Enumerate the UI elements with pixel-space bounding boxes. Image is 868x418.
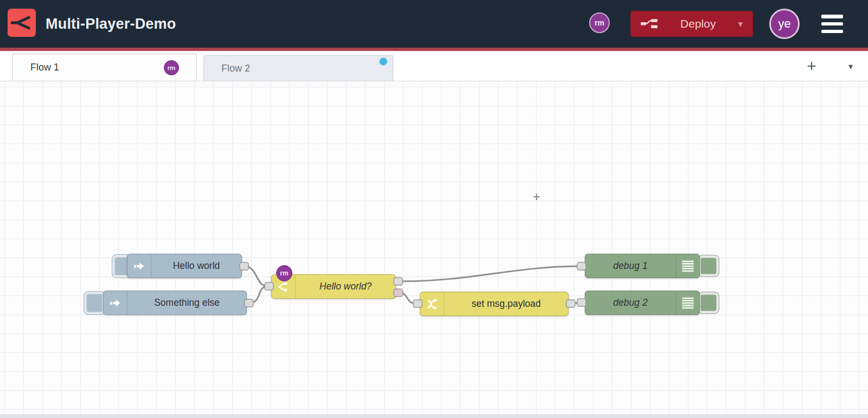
node-change1[interactable]: set msg.payload — [420, 292, 569, 316]
deploy-button[interactable]: Deploy ▾ — [630, 11, 753, 37]
tab-collaborator-badge: rm — [164, 60, 179, 75]
flow-list-caret-icon[interactable]: ▾ — [842, 56, 859, 76]
deploy-nodes-icon — [641, 18, 658, 30]
node-inject1[interactable]: Hello world — [127, 254, 242, 278]
horizontal-scrollbar[interactable] — [0, 414, 868, 418]
menu-bar — [821, 22, 843, 26]
tab-flow-1[interactable]: Flow 1 rm — [12, 54, 197, 81]
workspace-tabbar: Flow 1 rm Flow 2 + ▾ — [0, 51, 868, 81]
port-inject1-out[interactable] — [240, 262, 248, 270]
inject-icon — [127, 254, 151, 278]
port-inject2-out[interactable] — [245, 299, 253, 307]
node-label: Hello world — [151, 254, 241, 278]
inject-icon — [104, 291, 127, 314]
wires-layer — [0, 81, 868, 418]
app-header: Multi-Player-Demo rm Deploy ▾ ye — [0, 0, 868, 48]
node-label: Something else — [127, 291, 246, 314]
flow-canvas[interactable]: Hello world Something else rm Hello worl… — [0, 81, 868, 418]
debug-icon — [675, 291, 699, 314]
tab-flow-2[interactable]: Flow 2 — [203, 55, 393, 81]
main-menu-icon[interactable] — [821, 15, 843, 33]
port-switch-in[interactable] — [265, 282, 273, 290]
tab-label: Flow 2 — [204, 63, 250, 74]
debug2-toggle-button[interactable] — [698, 292, 719, 314]
node-debug1[interactable]: debug 1 — [585, 254, 700, 278]
unsaved-changes-dot — [379, 57, 387, 66]
menu-bar — [821, 30, 843, 34]
deploy-button-label: Deploy — [667, 17, 729, 30]
port-switch-out2[interactable] — [394, 289, 403, 297]
page-title: Multi-Player-Demo — [46, 0, 176, 48]
tab-label: Flow 1 — [13, 62, 59, 73]
port-debug2-in[interactable] — [577, 299, 586, 306]
wire-switch-to-debug1[interactable] — [399, 266, 579, 281]
node-collaborator-badge: rm — [276, 265, 292, 281]
port-debug1-in[interactable] — [577, 262, 586, 270]
port-change-in[interactable] — [413, 300, 422, 307]
node-switch1[interactable]: rm Hello world? — [271, 274, 396, 299]
deploy-options-caret-icon[interactable]: ▾ — [738, 18, 743, 30]
user-avatar[interactable]: ye — [769, 9, 800, 39]
logo-chevron-icon — [11, 12, 33, 34]
mouse-crosshair-cursor: + — [529, 190, 544, 204]
flowfuse-logo-icon[interactable] — [8, 9, 36, 37]
inject2-trigger-button[interactable] — [84, 291, 105, 315]
node-label: debug 2 — [585, 291, 675, 314]
debug1-toggle-button[interactable] — [698, 255, 719, 277]
node-label: debug 1 — [585, 254, 675, 278]
node-label: Hello world? — [296, 275, 395, 298]
node-debug2[interactable]: debug 2 — [585, 291, 700, 315]
menu-bar — [821, 15, 843, 18]
node-inject2[interactable]: Something else — [103, 291, 247, 315]
port-change-out[interactable] — [566, 300, 575, 307]
debug-icon — [675, 254, 699, 278]
change-icon — [420, 292, 444, 316]
port-switch-out1[interactable] — [394, 278, 403, 285]
add-flow-button[interactable]: + — [801, 55, 822, 77]
node-label: set msg.payload — [444, 292, 568, 316]
collaborator-badge[interactable]: rm — [589, 12, 610, 33]
